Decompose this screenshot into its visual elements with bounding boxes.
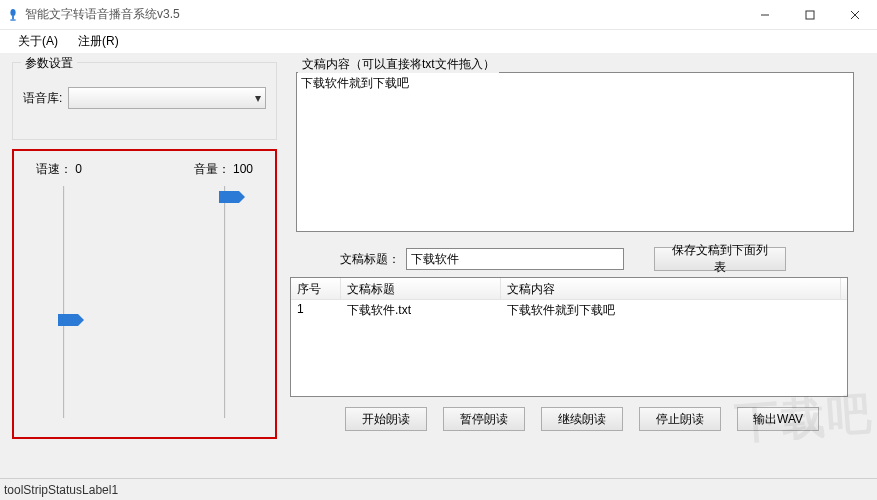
menu-register[interactable]: 注册(R) [68,30,129,53]
resume-read-button[interactable]: 继续朗读 [541,407,623,431]
volume-label: 音量： 100 [194,161,253,178]
cell-title: 下载软件.txt [341,300,501,320]
document-list[interactable]: 序号 文稿标题 文稿内容 文件 1 下载软件.txt 下载软件就到下载吧 D:\ [290,277,848,397]
app-icon [6,8,20,22]
voice-lib-label: 语音库: [23,90,62,107]
status-bar: toolStripStatusLabel1 [0,478,877,500]
svg-rect-2 [10,19,15,20]
volume-slider[interactable] [215,186,235,418]
status-label: toolStripStatusLabel1 [4,483,118,497]
voice-lib-combo[interactable]: ▾ [68,87,266,109]
table-row[interactable]: 1 下载软件.txt 下载软件就到下载吧 D:\ [291,300,848,320]
col-file[interactable]: 文件 [841,278,848,299]
svg-rect-4 [806,11,814,19]
close-button[interactable] [832,0,877,29]
menu-about[interactable]: 关于(A) [8,30,68,53]
chevron-down-icon: ▾ [255,91,261,105]
title-bar: 智能文字转语音播音系统v3.5 [0,0,877,30]
speed-label: 语速： 0 [36,161,82,178]
maximize-button[interactable] [787,0,832,29]
col-index[interactable]: 序号 [291,278,341,299]
speed-slider[interactable] [54,186,74,418]
title-input[interactable] [406,248,624,270]
col-content[interactable]: 文稿内容 [501,278,841,299]
main-content: 参数设置 语音库: ▾ 语速： 0 音量： 100 [0,54,877,478]
content-textarea[interactable] [296,72,854,232]
params-group-label: 参数设置 [21,55,77,72]
cell-content: 下载软件就到下载吧 [501,300,841,320]
cell-file: D:\ [841,300,848,320]
slider-panel: 语速： 0 音量： 100 [12,149,277,439]
stop-read-button[interactable]: 停止朗读 [639,407,721,431]
text-group-label: 文稿内容（可以直接将txt文件拖入） [298,56,499,73]
params-group: 参数设置 语音库: ▾ [12,62,277,140]
export-wav-button[interactable]: 输出WAV [737,407,819,431]
save-to-list-button[interactable]: 保存文稿到下面列表 [654,247,786,271]
minimize-button[interactable] [742,0,787,29]
col-title[interactable]: 文稿标题 [341,278,501,299]
svg-point-0 [10,8,15,15]
title-label: 文稿标题： [340,251,400,268]
start-read-button[interactable]: 开始朗读 [345,407,427,431]
svg-rect-1 [12,15,14,19]
pause-read-button[interactable]: 暂停朗读 [443,407,525,431]
window-title: 智能文字转语音播音系统v3.5 [25,6,742,23]
menu-bar: 关于(A) 注册(R) [0,30,877,54]
cell-index: 1 [291,300,341,320]
